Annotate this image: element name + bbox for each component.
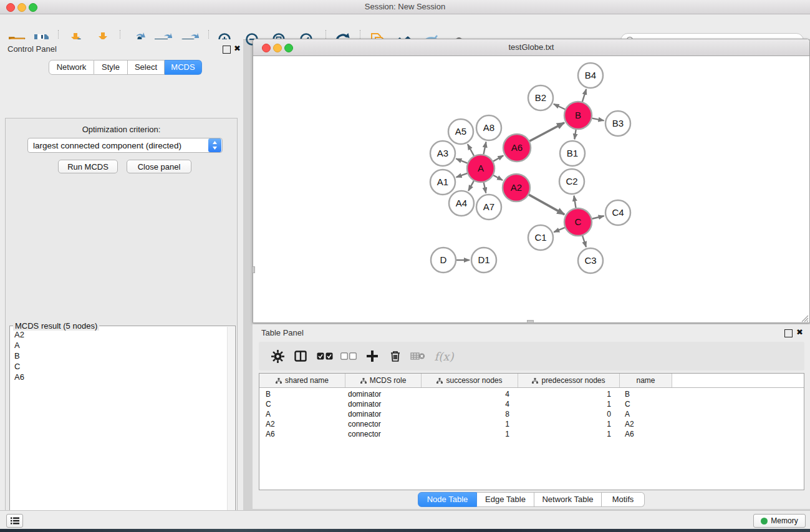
table-row[interactable]: A2connector11A2 — [259, 419, 804, 429]
graph-edge[interactable] — [456, 173, 468, 177]
table-cell[interactable]: A — [620, 410, 672, 418]
table-cell[interactable]: 1 — [518, 420, 620, 428]
table-cell[interactable]: C — [259, 400, 345, 409]
table-cell[interactable]: A2 — [259, 420, 345, 428]
mcds-result-item[interactable]: A6 — [10, 372, 235, 382]
table-cell[interactable]: 1 — [518, 400, 620, 409]
graph-edge[interactable] — [468, 144, 474, 156]
deselect-all-rows-icon[interactable] — [340, 348, 357, 364]
table-cell[interactable]: connector — [345, 430, 422, 438]
graph-edge[interactable] — [468, 181, 474, 191]
canvas-bottom-nub[interactable] — [527, 320, 534, 323]
table-cell[interactable]: 4 — [422, 390, 518, 399]
graph-edge[interactable] — [574, 196, 576, 208]
graph-edge[interactable] — [456, 158, 467, 163]
network-canvas[interactable]: B4B2BB3A5A8A6B1A3AC2A1A2A4A7C4CC1C3DD1 — [253, 56, 809, 322]
table-cell[interactable]: A — [259, 410, 345, 418]
network-window-title: testGlobe.txt — [253, 42, 809, 52]
table-cell[interactable]: connector — [345, 420, 422, 428]
table-panel-float-button[interactable] — [784, 329, 793, 340]
status-bar: Memory — [0, 510, 810, 530]
graph-node-label: C4 — [612, 207, 624, 218]
column-header-predecessor-nodes[interactable]: predecessor nodes — [518, 374, 620, 387]
table-cell[interactable]: A2 — [620, 420, 672, 428]
table-cell[interactable]: A6 — [620, 430, 672, 438]
table-cell[interactable]: 8 — [422, 410, 518, 418]
control-panel-close-button[interactable]: ✖ — [234, 44, 241, 53]
graph-edge[interactable] — [582, 236, 586, 247]
mcds-result-item[interactable]: A2 — [10, 329, 235, 340]
graph-edge[interactable] — [493, 175, 503, 180]
table-row[interactable]: Cdominator41C — [259, 399, 804, 409]
delete-table-icon[interactable] — [409, 348, 427, 364]
column-header-name[interactable]: name — [620, 374, 672, 387]
graph-edge[interactable] — [554, 228, 565, 232]
close-panel-button[interactable]: Close panel — [127, 160, 191, 173]
table-cell[interactable]: C — [620, 400, 672, 409]
run-mcds-button[interactable]: Run MCDS — [58, 160, 118, 173]
tab-edge-table[interactable]: Edge Table — [477, 492, 534, 507]
graph-node-label: A1 — [437, 177, 448, 187]
graph-edge[interactable] — [529, 195, 564, 215]
table-cell[interactable]: dominator — [345, 390, 422, 399]
tab-network[interactable]: Network — [49, 60, 94, 75]
settings-icon[interactable] — [269, 348, 286, 364]
table-cell[interactable]: 1 — [422, 420, 518, 428]
column-header-shared-name[interactable]: shared name — [259, 374, 345, 387]
network-view-window: testGlobe.txt B4B2BB3A5A8A6B1A3AC2A1A2A4… — [253, 39, 810, 323]
tab-mcds[interactable]: MCDS — [165, 60, 202, 75]
delete-rows-icon[interactable] — [387, 348, 404, 364]
tab-motifs[interactable]: Motifs — [602, 492, 645, 507]
tab-network-table[interactable]: Network Table — [534, 492, 602, 507]
table-cell[interactable]: 1 — [422, 430, 518, 438]
canvas-left-nub[interactable] — [252, 266, 255, 273]
resize-grip-icon[interactable] — [800, 314, 809, 322]
graph-edge[interactable] — [592, 118, 604, 121]
network-window-title-bar[interactable]: testGlobe.txt — [253, 39, 809, 56]
graph-node-label: A8 — [483, 122, 494, 133]
graph-edge[interactable] — [493, 155, 503, 161]
memory-status-icon — [761, 518, 768, 525]
table-cell[interactable]: dominator — [345, 400, 422, 409]
table-cell[interactable]: B — [620, 390, 672, 399]
graph-edge[interactable] — [484, 142, 486, 155]
table-row[interactable]: Adominator80A — [259, 409, 804, 419]
table-cell[interactable]: 1 — [518, 430, 620, 438]
mcds-result-item[interactable]: C — [10, 361, 235, 372]
column-label: shared name — [285, 376, 329, 385]
app-title-bar: Session: New Session — [0, 0, 810, 14]
tab-select[interactable]: Select — [128, 60, 165, 75]
graph-edge[interactable] — [554, 104, 565, 110]
add-row-icon[interactable] — [364, 348, 381, 364]
hierarchy-icon — [436, 378, 443, 384]
table-cell[interactable]: 4 — [422, 400, 518, 409]
graph-edge[interactable] — [529, 123, 564, 142]
select-all-rows-icon[interactable] — [316, 348, 334, 364]
optimization-criterion-dropdown[interactable]: largest connected component (directed) — [27, 138, 223, 153]
tab-style[interactable]: Style — [94, 60, 128, 75]
show-columns-icon[interactable] — [292, 348, 309, 364]
table-cell[interactable]: 0 — [518, 410, 620, 418]
show-panels-button[interactable] — [6, 514, 23, 528]
graph-node-label: C1 — [534, 232, 546, 243]
graph-edge[interactable] — [484, 183, 486, 193]
control-panel-float-button[interactable] — [223, 45, 231, 56]
table-cell[interactable]: 1 — [518, 390, 620, 399]
memory-button[interactable]: Memory — [753, 514, 806, 528]
table-cell[interactable]: A6 — [259, 430, 345, 438]
table-row[interactable]: Bdominator41B — [259, 389, 804, 399]
mcds-result-item[interactable]: B — [10, 351, 235, 361]
column-header-mcds-role[interactable]: MCDS role — [345, 374, 422, 387]
table-panel-close-button[interactable]: ✖ — [796, 327, 803, 337]
graph-edge[interactable] — [592, 216, 604, 219]
table-cell[interactable]: dominator — [345, 410, 422, 418]
graph-edge[interactable] — [582, 89, 586, 102]
graph-edge[interactable] — [574, 130, 576, 139]
table-row[interactable]: A6connector11A6 — [259, 429, 804, 439]
table-cell[interactable]: B — [259, 390, 345, 399]
mcds-result-item[interactable]: A — [10, 340, 235, 351]
tab-node-table[interactable]: Node Table — [418, 492, 477, 507]
result-scrollbar[interactable] — [227, 327, 234, 532]
function-builder-icon[interactable]: f(x) — [432, 348, 456, 364]
column-header-successor-nodes[interactable]: successor nodes — [422, 374, 518, 387]
